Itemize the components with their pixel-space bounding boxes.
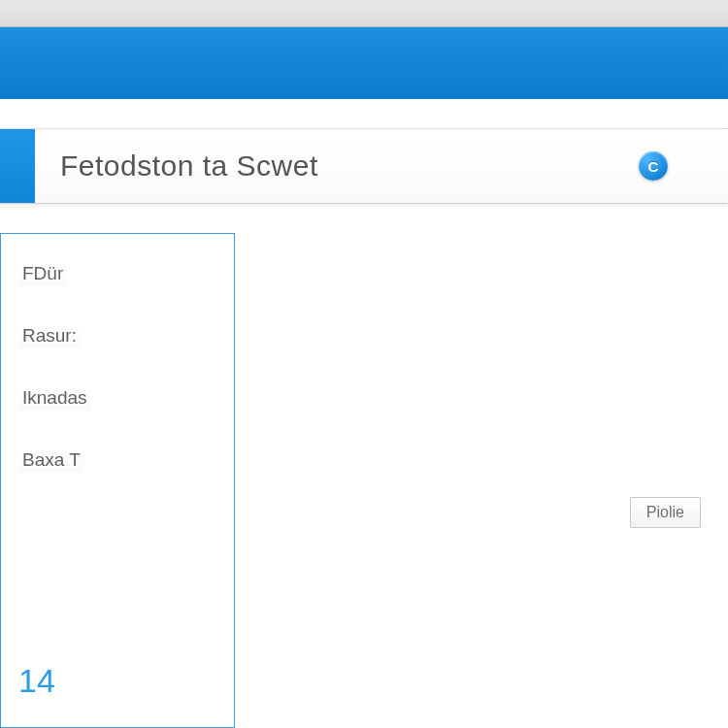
sidebar-item-2[interactable]: Iknadas	[18, 385, 91, 411]
spacer	[0, 99, 728, 128]
content-area: FDür Rasur: Iknadas Baxa T 14 Piolie	[0, 204, 728, 728]
action-button[interactable]: Piolie	[630, 497, 701, 528]
sidebar-number: 14	[18, 662, 216, 700]
side-panel: FDür Rasur: Iknadas Baxa T 14	[0, 233, 235, 728]
info-icon-glyph: C	[648, 158, 659, 175]
title-accent-tab	[0, 129, 35, 203]
window-chrome-bar	[0, 0, 728, 27]
info-icon[interactable]: C	[639, 151, 668, 181]
sidebar-item-1[interactable]: Rasur:	[18, 323, 81, 348]
ribbon-bar	[0, 27, 728, 99]
main-area: Piolie	[235, 233, 728, 728]
title-bar: Fetodston ta Scwet C	[0, 128, 728, 204]
sidebar-item-0[interactable]: FDür	[18, 261, 67, 286]
sidebar-item-3[interactable]: Baxa T	[18, 447, 84, 473]
page-title: Fetodston ta Scwet	[60, 149, 318, 182]
